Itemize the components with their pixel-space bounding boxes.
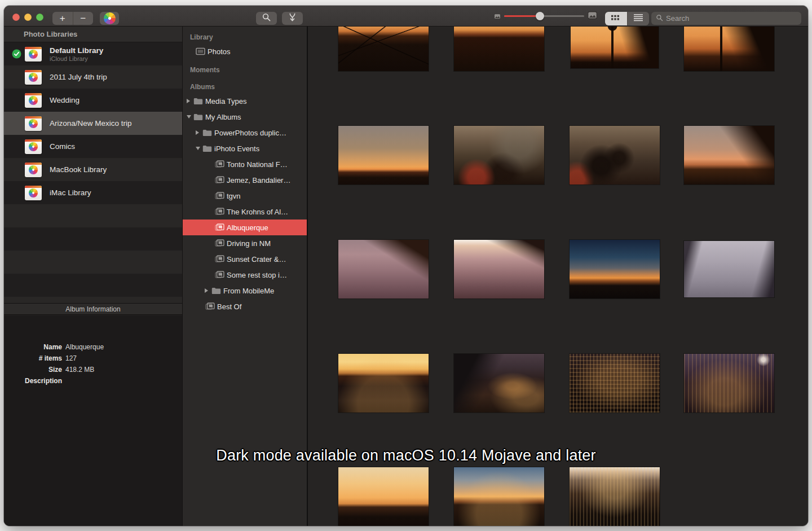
tree-item-driving-in-nm[interactable]: Driving in NM	[183, 235, 307, 251]
library-name: 2011 July 4th trip	[50, 73, 107, 81]
library-row[interactable]: MacBook Library	[4, 158, 182, 181]
library-icon	[25, 70, 42, 85]
thumbnail-zoom-control	[494, 6, 597, 27]
tree-item-label: Some rest stop i…	[227, 271, 287, 279]
library-subtitle: iCloud Library	[50, 55, 103, 62]
open-in-photos-button[interactable]	[100, 12, 119, 25]
album-icon	[215, 208, 227, 216]
tree-item-some-rest-stop-i[interactable]: Some rest stop i…	[183, 267, 307, 283]
library-row[interactable]: 2011 July 4th trip	[4, 65, 182, 89]
photo-thumbnail-dusk-horizon[interactable]	[338, 126, 429, 185]
photo-thumbnail-night-city-dense-lights[interactable]	[570, 354, 660, 412]
close-button[interactable]	[12, 14, 20, 21]
traffic-lights	[12, 14, 43, 21]
tree-item-powerphotos-duplic[interactable]: PowerPhotos duplic…	[183, 125, 307, 141]
tree-item-photos[interactable]: Photos	[183, 43, 307, 59]
photo-thumbnail-night-city-purple-haze[interactable]	[684, 354, 774, 412]
sidebar-header: Photo Libraries	[4, 27, 182, 42]
remove-library-button[interactable]: −	[73, 12, 94, 25]
tree-item-albuquerque[interactable]: Albuquerque	[183, 220, 307, 235]
library-name: Default Library	[50, 46, 103, 55]
album-icon	[215, 255, 227, 263]
photo-thumbnail-overlook-crowd[interactable]	[570, 126, 660, 185]
find-duplicates-button[interactable]	[256, 12, 277, 25]
tree-section-header: Albums	[183, 81, 307, 93]
folder-icon	[193, 98, 205, 105]
tree-item-iphoto-events[interactable]: iPhoto Events	[183, 141, 307, 156]
album-info-header: Album Information	[4, 303, 182, 315]
tree-item-from-mobileme[interactable]: From MobileMe	[183, 283, 307, 299]
album-icon	[215, 223, 227, 231]
photo-thumbnail-aerial-city-horizon[interactable]	[454, 240, 544, 299]
tree-item-tonto-national-f[interactable]: Tonto National F…	[183, 156, 307, 172]
album-icon	[215, 176, 227, 184]
tree-item-label: tgvn	[227, 192, 241, 200]
photo-thumbnail-tram-tower-mountain[interactable]	[684, 27, 774, 71]
app-window: + −	[4, 6, 808, 526]
photo-thumbnail-night-city-mountain[interactable]	[454, 354, 544, 412]
photo-thumbnail-night-city-sprawl[interactable]	[570, 467, 660, 526]
list-view-icon	[633, 14, 643, 24]
photo-thumbnail-tram-tower-sunset[interactable]	[571, 27, 659, 68]
tree-item-label: Best Of	[217, 302, 241, 311]
library-row[interactable]: Wedding	[4, 89, 182, 112]
grid-view-button[interactable]	[605, 12, 627, 25]
large-thumbnail-icon	[588, 11, 597, 21]
tree-section-header: Library	[183, 31, 307, 43]
tree-item-the-krohns-of-al[interactable]: The Krohns of Al…	[183, 204, 307, 220]
tree-item-media-types[interactable]: Media Types	[183, 93, 307, 109]
zoom-slider-thumb[interactable]	[536, 12, 544, 20]
zoom-button[interactable]	[36, 14, 43, 21]
tree-item-jemez-bandalier[interactable]: Jemez, Bandalier…	[183, 172, 307, 188]
tree-item-tgvn[interactable]: tgvn	[183, 188, 307, 204]
tree-item-label: Media Types	[205, 97, 246, 106]
small-thumbnail-icon	[494, 11, 501, 21]
tree-item-my-albums[interactable]: My Albums	[183, 109, 307, 125]
minimize-button[interactable]	[24, 14, 32, 21]
album-icon	[215, 160, 227, 168]
photo-thumbnail-sunset-city-lights[interactable]	[338, 354, 429, 412]
zoom-slider-track[interactable]	[504, 15, 584, 17]
info-label: # items	[4, 354, 62, 362]
search-input[interactable]	[666, 14, 797, 23]
tree-item-label: Jemez, Bandalier…	[227, 176, 290, 185]
disclosure-down-icon[interactable]	[196, 147, 202, 150]
search-icon	[656, 14, 663, 24]
photo-thumbnail-sunset-gradient-sky[interactable]	[454, 27, 544, 71]
photo-thumbnail-sunset-power-lines[interactable]	[338, 27, 429, 71]
photo-thumbnail-sunset-city-dusk[interactable]	[454, 467, 544, 526]
album-info-row: Size418.2 MB	[4, 364, 182, 375]
info-value: Albuquerque	[65, 343, 104, 351]
info-label: Description	[4, 377, 62, 385]
disclosure-right-icon[interactable]	[187, 99, 193, 103]
frame-icon	[196, 47, 208, 55]
library-row[interactable]: Default LibraryiCloud Library	[4, 42, 182, 65]
library-row[interactable]: Arizona/New Mexico trip	[4, 112, 182, 135]
tree-item-best-of[interactable]: Best Of	[183, 299, 307, 314]
library-icon	[25, 47, 42, 62]
tree-item-label: From MobileMe	[223, 287, 274, 295]
add-library-button[interactable]: +	[52, 12, 73, 25]
folder-icon	[211, 287, 223, 295]
disclosure-right-icon[interactable]	[196, 130, 202, 135]
library-row[interactable]: Comics	[4, 135, 182, 158]
tree-item-label: Tonto National F…	[227, 160, 288, 169]
merge-libraries-button[interactable]	[282, 12, 303, 25]
library-name: Arizona/New Mexico trip	[50, 119, 132, 128]
library-row[interactable]: iMac Library	[4, 181, 182, 204]
photo-thumbnail-mountain-overlook-people[interactable]	[454, 126, 544, 185]
photo-thumbnail-snow-field[interactable]	[684, 241, 774, 297]
photo-thumbnail-aerial-city-dusk[interactable]	[338, 240, 429, 299]
disclosure-down-icon[interactable]	[187, 115, 193, 119]
album-info-panel: NameAlbuquerque# items127Size418.2 MBDes…	[4, 315, 182, 526]
list-view-button[interactable]	[627, 12, 650, 25]
disclosure-right-icon[interactable]	[205, 288, 211, 293]
photo-thumbnail-dusk-ridge[interactable]	[684, 126, 774, 185]
tree-item-label: Photos	[208, 47, 230, 56]
folder-icon	[193, 113, 205, 121]
tree-item-sunset-crater[interactable]: Sunset Crater &…	[183, 251, 307, 267]
album-info-row: Description	[4, 375, 182, 387]
photo-thumbnail-blue-hour-sunset[interactable]	[570, 240, 660, 299]
library-icon	[25, 186, 42, 200]
photo-thumbnail-dawn-peach-sky[interactable]	[338, 467, 429, 526]
